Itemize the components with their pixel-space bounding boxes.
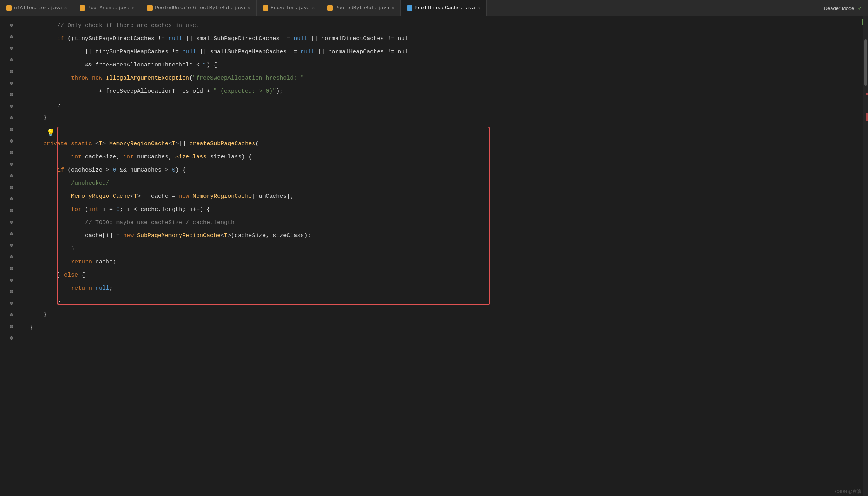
gutter-icon-23 (9, 277, 14, 283)
code-line-21: return null; (29, 282, 863, 295)
gutter-icon-27 (9, 324, 14, 329)
code-line-10: private static <T> MemoryRegionCache<T>[… (29, 138, 863, 151)
gutter-icon-4 (9, 57, 14, 63)
tab-label-6: PoolThreadCache.java (415, 5, 475, 11)
gutter-icon-9 (9, 115, 14, 121)
green-marker (862, 19, 863, 25)
gutter-icon-14 (9, 173, 14, 178)
code-line-4: && freeSweepAllocationThreshold < 1) { (29, 59, 863, 72)
scrollbar-thumb[interactable] (864, 39, 867, 86)
code-line-14: MemoryRegionCache<T>[] cache = new Memor… (29, 190, 863, 203)
code-line-17: cache[i] = new SubPageMemoryRegionCache<… (29, 229, 863, 243)
code-line-16: // TODO: maybe use cacheSize / cache.len… (29, 216, 863, 229)
gutter-icon-5 (9, 69, 14, 74)
gutter-icon-1 (9, 22, 14, 28)
watermark: CSDN @在溜 (835, 489, 861, 494)
code-line-1: // Only check if there are caches in use… (29, 19, 863, 32)
lightbulb-icon[interactable]: 💡 (46, 128, 55, 137)
gutter (0, 16, 23, 496)
tab-PooledUnsafe[interactable]: PooledUnsafeDirectByteBuf.java ✕ (141, 0, 257, 16)
tab-icon-2 (80, 5, 85, 11)
gutter-icon-17 (9, 208, 14, 213)
gutter-icon-11 (9, 138, 14, 144)
gutter-icon-3 (9, 46, 14, 51)
code-line-19: return cache; (29, 256, 863, 269)
code-line-23: } (29, 308, 863, 321)
scrollbar-marker-2 (866, 113, 868, 121)
gutter-icon-2 (9, 34, 14, 39)
gutter-icon-25 (9, 301, 14, 306)
tab-label-4: Recycler.java (271, 5, 310, 11)
code-editor[interactable]: // Only check if there are caches in use… (23, 16, 863, 496)
gutter-icon-26 (9, 312, 14, 318)
gutter-icon-6 (9, 80, 14, 86)
gutter-icon-21 (9, 254, 14, 260)
gutter-icon-20 (9, 243, 14, 248)
tab-label-3: PooledUnsafeDirectByteBuf.java (155, 5, 245, 11)
gutter-icon-13 (9, 161, 14, 167)
reader-mode-checkmark: ✓ (858, 4, 862, 12)
reader-mode-label: Reader Mode (824, 5, 854, 11)
tab-PoolThreadCache[interactable]: PoolThreadCache.java ✕ (401, 0, 487, 16)
tab-PoolArena[interactable]: PoolArena.java ✕ (73, 0, 141, 16)
tab-icon-4 (263, 5, 268, 11)
gutter-icon-10 (9, 127, 14, 132)
code-line-22: } (29, 295, 863, 308)
tab-close-3[interactable]: ✕ (248, 5, 250, 10)
tab-close-5[interactable]: ✕ (392, 5, 394, 10)
code-line-24: } (29, 321, 863, 335)
tab-close-4[interactable]: ✕ (312, 5, 315, 10)
tab-icon-1 (6, 5, 12, 11)
code-line-18: } (29, 243, 863, 256)
code-line-2: if ((tinySubPageDirectCaches != null || … (29, 32, 863, 46)
code-line-5: throw new IllegalArgumentException("free… (29, 72, 863, 85)
tab-icon-5 (327, 5, 333, 11)
gutter-icon-24 (9, 289, 14, 294)
code-line-12: if (cacheSize > 0 && numCaches > 0) { (29, 164, 863, 177)
tab-close-2[interactable]: ✕ (132, 5, 135, 10)
gutter-icon-18 (9, 219, 14, 225)
gutter-icon-12 (9, 150, 14, 155)
scrollbar-marker-1 (866, 93, 868, 95)
tab-label-5: PooledByteBuf.java (335, 5, 389, 11)
gutter-icon-22 (9, 266, 14, 271)
code-line-8: } (29, 111, 863, 124)
tab-bar: ufAllocator.java ✕ PoolArena.java ✕ Pool… (0, 0, 868, 16)
code-line-7: } (29, 98, 863, 111)
tab-icon-6 (407, 5, 412, 11)
gutter-icon-7 (9, 92, 14, 97)
code-line-13: /unchecked/ (29, 177, 863, 190)
code-line-6: + freeSweepAllocationThreshold + " (expe… (29, 85, 863, 98)
tab-label-1: ufAllocator.java (14, 5, 62, 11)
editor-area: // Only check if there are caches in use… (0, 16, 868, 496)
reader-mode-area: Reader Mode ✓ (824, 0, 868, 16)
code-line-9 (29, 124, 863, 138)
gutter-icon-15 (9, 185, 14, 190)
code-line-15: for (int i = 0; i < cache.length; i++) { (29, 203, 863, 216)
tab-close-1[interactable]: ✕ (64, 5, 67, 10)
gutter-icon-16 (9, 196, 14, 202)
tab-label-2: PoolArena.java (87, 5, 129, 11)
tab-icon-3 (147, 5, 153, 11)
tab-ufAllocator[interactable]: ufAllocator.java ✕ (0, 0, 73, 16)
tab-PooledByteBuf[interactable]: PooledByteBuf.java ✕ (321, 0, 401, 16)
code-line-3: || tinySubPageHeapCaches != null || smal… (29, 46, 863, 59)
code-line-20: } else { (29, 269, 863, 282)
scrollbar-right[interactable] (863, 16, 868, 496)
gutter-icon-28 (9, 335, 14, 341)
gutter-icon-8 (9, 104, 14, 109)
tab-Recycler[interactable]: Recycler.java ✕ (257, 0, 321, 16)
tab-close-6[interactable]: ✕ (477, 5, 480, 10)
code-line-11: int cacheSize, int numCaches, SizeClass … (29, 151, 863, 164)
gutter-icon-19 (9, 231, 14, 236)
